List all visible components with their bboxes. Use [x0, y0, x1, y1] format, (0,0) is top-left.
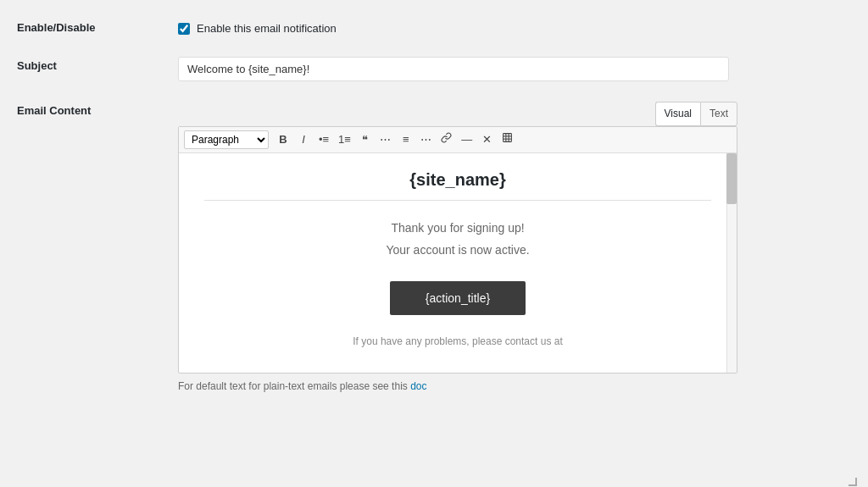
- tab-visual[interactable]: Visual: [655, 102, 700, 126]
- italic-btn[interactable]: I: [294, 130, 313, 149]
- unordered-list-btn[interactable]: •≡: [314, 130, 333, 149]
- enable-checkbox-label[interactable]: Enable this email notification: [197, 22, 337, 35]
- svg-rect-0: [504, 134, 512, 142]
- horizontal-rule-btn[interactable]: ―: [458, 130, 476, 149]
- enable-checkbox-wrapper: Enable this email notification: [178, 19, 834, 35]
- editor-resize-handle[interactable]: [848, 477, 858, 487]
- tab-text[interactable]: Text: [700, 102, 737, 126]
- scrollbar-track[interactable]: [726, 153, 737, 372]
- footer-note-link[interactable]: doc: [410, 380, 426, 392]
- footer-note-text: For default text for plain-text emails p…: [178, 380, 408, 392]
- remove-format-btn[interactable]: ✕: [478, 130, 497, 149]
- table-btn[interactable]: [498, 130, 517, 149]
- action-button[interactable]: {action_title}: [390, 281, 526, 315]
- editor-wrapper: Paragraph Heading 1 Heading 2 Heading 3 …: [178, 126, 737, 374]
- settings-page: Enable/Disable Enable this email notific…: [0, 0, 868, 411]
- align-right-btn[interactable]: ⋯: [417, 130, 436, 149]
- footer-note: For default text for plain-text emails p…: [178, 380, 737, 392]
- align-center-btn[interactable]: ≡: [397, 130, 415, 149]
- ordered-list-btn[interactable]: 1≡: [335, 130, 354, 149]
- thank-you-line1: Thank you for signing up!: [204, 218, 711, 239]
- enable-checkbox[interactable]: [178, 23, 190, 35]
- subject-input[interactable]: [178, 57, 729, 81]
- email-divider: [204, 200, 711, 201]
- bold-btn[interactable]: B: [274, 130, 292, 149]
- email-content-section: Visual Text Paragraph Heading 1 Heading …: [178, 102, 834, 392]
- email-content-row: Email Content Visual Text: [0, 91, 851, 402]
- blockquote-btn[interactable]: ❝: [356, 130, 375, 149]
- email-footer-text: If you have any problems, please contact…: [204, 335, 711, 356]
- paragraph-select[interactable]: Paragraph Heading 1 Heading 2 Heading 3 …: [184, 130, 269, 149]
- thank-you-line2: Your account is now active.: [204, 240, 711, 261]
- editor-scroll-container: {site_name} Thank you for signing up! Yo…: [179, 153, 737, 372]
- editor-content-area[interactable]: {site_name} Thank you for signing up! Yo…: [179, 153, 737, 372]
- subject-row: Subject: [0, 47, 851, 91]
- subject-label: Subject: [0, 47, 170, 91]
- email-site-name: {site_name}: [204, 170, 711, 190]
- form-table: Enable/Disable Enable this email notific…: [0, 8, 851, 402]
- enable-disable-label: Enable/Disable: [0, 8, 170, 47]
- email-content-label: Email Content: [0, 91, 170, 402]
- editor-tabs: Visual Text: [178, 102, 737, 126]
- editor-toolbar: Paragraph Heading 1 Heading 2 Heading 3 …: [179, 127, 737, 153]
- email-message: Thank you for signing up! Your account i…: [204, 218, 711, 260]
- align-left-btn[interactable]: ⋯: [376, 130, 395, 149]
- link-btn[interactable]: [437, 130, 456, 149]
- scrollbar-thumb[interactable]: [726, 153, 737, 204]
- editor-scroll-content: {site_name} Thank you for signing up! Yo…: [179, 153, 737, 372]
- enable-disable-row: Enable/Disable Enable this email notific…: [0, 8, 851, 47]
